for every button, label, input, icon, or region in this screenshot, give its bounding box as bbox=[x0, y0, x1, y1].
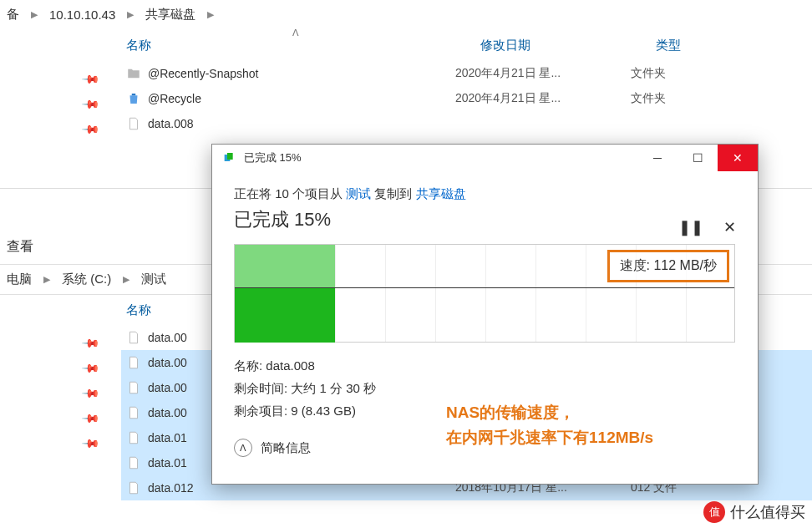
table-row[interactable]: @Recycle 2020年4月21日 星... 文件夹 bbox=[121, 86, 812, 111]
breadcrumb-item[interactable]: 备 bbox=[3, 5, 23, 24]
detail-time-value: 大约 1 分 30 秒 bbox=[291, 381, 376, 395]
detail-name-label: 名称: bbox=[234, 358, 266, 373]
file-name: data.012 bbox=[148, 481, 194, 495]
chevron-up-icon: ᐱ bbox=[234, 439, 252, 457]
pin-icon: 📌 bbox=[82, 409, 101, 428]
copy-source-line: 正在将 10 个项目从 测试 复制到 共享磁盘 bbox=[234, 186, 736, 202]
chart-midline bbox=[235, 287, 734, 288]
file-icon bbox=[126, 355, 141, 370]
breadcrumb-item[interactable]: 系统 (C:) bbox=[58, 270, 114, 289]
annotation-line: 在内网千兆速率下有112MB/s bbox=[446, 425, 653, 450]
column-header-type[interactable]: 类型 bbox=[656, 38, 781, 53]
file-date: 2020年4月21日 星... bbox=[455, 66, 631, 81]
chevron-right-icon: ▶ bbox=[119, 9, 142, 20]
file-icon bbox=[126, 116, 141, 131]
column-header-name[interactable]: 名称 bbox=[121, 38, 480, 53]
file-list-top: ᐱ 名称 修改日期 类型 @Recently-Snapshot 2020年4月2… bbox=[121, 29, 812, 141]
chart-lower-area bbox=[235, 287, 335, 343]
source-link[interactable]: 测试 bbox=[346, 186, 371, 201]
file-name: data.00 bbox=[148, 331, 187, 344]
detail-name-value: data.008 bbox=[266, 358, 314, 373]
recycle-icon bbox=[126, 91, 141, 106]
pin-icon: 📌 bbox=[82, 119, 101, 139]
ribbon-tab-view[interactable]: 查看 bbox=[7, 239, 33, 253]
top-explorer-window: 备 ▶ 10.10.10.43 ▶ 共享磁盘 ▶ 📌 📌 📌 ᐱ 名称 修改日期… bbox=[0, 0, 812, 159]
sort-ascending-icon: ᐱ bbox=[292, 28, 299, 38]
file-icon bbox=[126, 330, 141, 345]
column-headers[interactable]: ᐱ 名称 修改日期 类型 bbox=[121, 29, 812, 61]
watermark-badge: 值 bbox=[703, 501, 725, 523]
quick-access-column: 📌 📌 📌 bbox=[0, 29, 121, 141]
chevron-right-icon: ▶ bbox=[35, 274, 58, 285]
breadcrumb-top[interactable]: 备 ▶ 10.10.10.43 ▶ 共享磁盘 ▶ bbox=[0, 0, 812, 29]
svg-rect-1 bbox=[227, 153, 233, 160]
progress-controls: ❚❚ ✕ bbox=[678, 218, 736, 236]
copy-icon bbox=[219, 148, 239, 168]
folder-icon bbox=[126, 66, 141, 81]
destination-link[interactable]: 共享磁盘 bbox=[416, 186, 466, 201]
file-icon bbox=[126, 405, 141, 420]
pin-icon: 📌 bbox=[82, 333, 101, 353]
less-details-label: 简略信息 bbox=[261, 440, 311, 456]
file-icon bbox=[126, 480, 141, 495]
pin-icon: 📌 bbox=[82, 358, 101, 378]
file-name: data.00 bbox=[148, 356, 187, 369]
chevron-right-icon: ▶ bbox=[199, 9, 222, 20]
minimize-button[interactable]: ─ bbox=[637, 145, 678, 171]
pin-icon: 📌 bbox=[82, 94, 101, 114]
file-name: @Recently-Snapshot bbox=[148, 67, 259, 80]
breadcrumb-item[interactable]: 共享磁盘 bbox=[142, 5, 199, 24]
maximize-button[interactable]: ☐ bbox=[678, 145, 718, 171]
detail-items-value: 9 (8.43 GB) bbox=[291, 404, 356, 418]
chevron-right-icon: ▶ bbox=[114, 274, 138, 285]
breadcrumb-item[interactable]: 电脑 bbox=[3, 270, 35, 289]
chevron-right-icon: ▶ bbox=[23, 9, 46, 20]
breadcrumb-item[interactable]: 10.10.10.43 bbox=[46, 6, 119, 23]
file-name: data.00 bbox=[148, 381, 187, 394]
speed-chart: 速度: 112 MB/秒 bbox=[234, 244, 735, 343]
close-button[interactable]: ✕ bbox=[718, 145, 758, 171]
watermark-text: 什么值得买 bbox=[730, 502, 805, 522]
copy-progress-dialog: 已完成 15% ─ ☐ ✕ 正在将 10 个项目从 测试 复制到 共享磁盘 已完… bbox=[211, 144, 759, 485]
watermark: 值 什么值得买 bbox=[703, 501, 805, 523]
quick-access-column: 📌 📌 📌 📌 📌 bbox=[0, 295, 121, 500]
pause-button[interactable]: ❚❚ bbox=[678, 218, 703, 236]
detail-time-label: 剩余时间: bbox=[234, 381, 291, 395]
dialog-title: 已完成 15% bbox=[239, 150, 637, 165]
table-row[interactable]: @Recently-Snapshot 2020年4月21日 星... 文件夹 bbox=[121, 61, 812, 86]
column-header-date[interactable]: 修改日期 bbox=[480, 38, 656, 53]
file-icon bbox=[126, 380, 141, 395]
progress-percentage: 已完成 15% bbox=[234, 207, 736, 232]
cancel-button[interactable]: ✕ bbox=[723, 218, 736, 236]
file-type: 文件夹 bbox=[631, 66, 756, 81]
table-row[interactable]: data.008 bbox=[121, 111, 812, 136]
pin-icon: 📌 bbox=[82, 69, 101, 89]
file-icon bbox=[126, 455, 141, 470]
file-name: data.008 bbox=[148, 117, 194, 130]
speed-readout: 速度: 112 MB/秒 bbox=[607, 250, 729, 282]
annotation-overlay: NAS的传输速度， 在内网千兆速率下有112MB/s bbox=[446, 400, 653, 451]
chart-upper-area bbox=[235, 245, 335, 287]
file-name: data.01 bbox=[148, 456, 187, 470]
file-name: data.01 bbox=[148, 431, 187, 444]
copy-mid: 复制到 bbox=[371, 186, 415, 201]
copy-prefix: 正在将 10 个项目从 bbox=[234, 186, 346, 201]
file-date: 2020年4月21日 星... bbox=[455, 91, 631, 106]
detail-items-label: 剩余项目: bbox=[234, 404, 291, 418]
breadcrumb-item[interactable]: 测试 bbox=[138, 270, 170, 289]
pin-icon: 📌 bbox=[82, 434, 101, 453]
pin-icon: 📌 bbox=[82, 383, 101, 403]
dialog-titlebar[interactable]: 已完成 15% ─ ☐ ✕ bbox=[212, 145, 758, 171]
file-icon bbox=[126, 430, 141, 445]
file-name: data.00 bbox=[148, 406, 187, 419]
file-name: @Recycle bbox=[148, 92, 201, 105]
file-type: 文件夹 bbox=[631, 91, 756, 106]
annotation-line: NAS的传输速度， bbox=[446, 400, 653, 425]
